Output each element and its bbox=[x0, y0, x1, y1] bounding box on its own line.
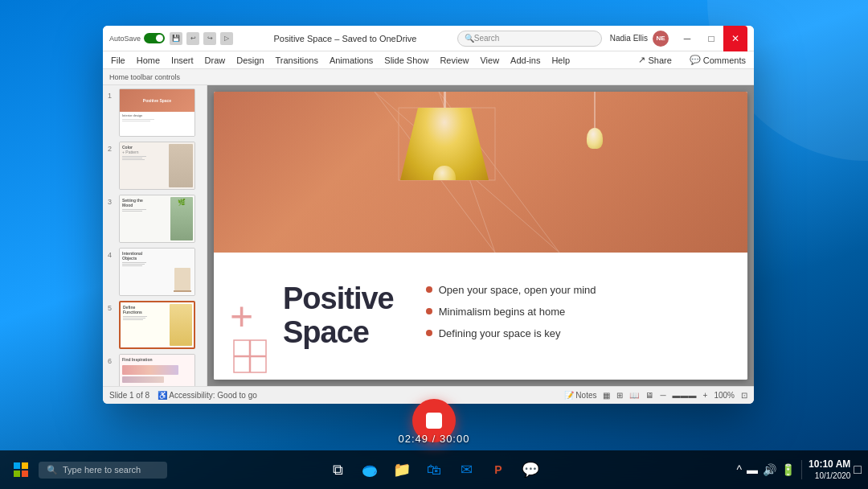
search-placeholder: Search bbox=[474, 34, 500, 43]
toolbar-icons: 💾 ↩ ↪ ▷ bbox=[170, 32, 233, 45]
bullet-dot-2 bbox=[426, 308, 432, 314]
autosave-toggle[interactable] bbox=[144, 33, 165, 43]
reading-view-btn[interactable]: 📖 bbox=[629, 391, 639, 400]
tray-network-icon[interactable]: ▬ bbox=[747, 463, 758, 476]
menu-home[interactable]: Home bbox=[137, 55, 160, 65]
slide-panel[interactable]: 1 Positive Space Interior design bbox=[103, 85, 207, 386]
edge-icon bbox=[362, 462, 378, 478]
taskbar-edge[interactable] bbox=[355, 455, 384, 484]
main-content: 1 Positive Space Interior design bbox=[103, 85, 754, 386]
menu-animations[interactable]: Animations bbox=[330, 55, 373, 65]
windows-logo-icon bbox=[14, 462, 28, 477]
menu-draw[interactable]: Draw bbox=[205, 55, 226, 65]
taskbar-task-view[interactable]: ⧉ bbox=[323, 455, 352, 484]
menu-transitions[interactable]: Transitions bbox=[276, 55, 318, 65]
redo-icon[interactable]: ↪ bbox=[203, 32, 216, 45]
system-clock[interactable]: 10:10 AM 10/1/2020 bbox=[809, 458, 850, 483]
present-icon[interactable]: ▷ bbox=[220, 32, 233, 45]
taskbar-mail[interactable]: ✉ bbox=[452, 455, 481, 484]
slide-item-4[interactable]: 4 Intentional Objects bbox=[108, 248, 202, 296]
menu-insert[interactable]: Insert bbox=[171, 55, 194, 65]
close-button[interactable]: ✕ bbox=[723, 26, 747, 51]
presenter-view-btn[interactable]: 🖥 bbox=[645, 391, 653, 400]
minimize-button[interactable]: ─ bbox=[675, 26, 699, 51]
search-icon: 🔍 bbox=[465, 34, 474, 43]
fit-btn[interactable]: ⊡ bbox=[741, 391, 747, 400]
taskbar: 🔍 Type here to search ⧉ 📁 🛍 ✉ P 💬 bbox=[0, 450, 868, 489]
bullet-text-2: Minimalism begins at home bbox=[439, 306, 566, 318]
notes-button[interactable]: 📝 Notes bbox=[564, 391, 597, 400]
comments-button[interactable]: 💬 Comments bbox=[690, 55, 746, 65]
slide-item-1[interactable]: 1 Positive Space Interior design bbox=[108, 88, 202, 137]
slide-title-block: Positive Space bbox=[230, 282, 394, 350]
svg-rect-9 bbox=[22, 462, 28, 469]
slide-title-line2: Space bbox=[283, 316, 394, 350]
powerpoint-window: AutoSave 💾 ↩ ↪ ▷ Positive Space – Saved … bbox=[103, 26, 754, 404]
menu-slideshow[interactable]: Slide Show bbox=[384, 55, 428, 65]
zoom-level: 100% bbox=[714, 391, 735, 400]
zoom-slider[interactable]: ▬▬▬ bbox=[673, 391, 697, 400]
recording-timer: 02:49 / 30:00 bbox=[399, 433, 470, 445]
bullet-item-3: Defining your space is key bbox=[426, 327, 731, 339]
main-lamp bbox=[400, 92, 489, 180]
maximize-button[interactable]: □ bbox=[699, 26, 723, 51]
slide-item-6[interactable]: 6 Find Inspiration bbox=[108, 354, 202, 386]
slide-sorter-btn[interactable]: ⊞ bbox=[616, 391, 623, 400]
taskbar-explorer[interactable]: 📁 bbox=[387, 455, 416, 484]
slide-main-title: Positive Space bbox=[283, 282, 394, 350]
tray-battery-icon[interactable]: 🔋 bbox=[781, 463, 795, 476]
slide-thumb-6[interactable]: Find Inspiration bbox=[119, 354, 195, 386]
slide-item-2[interactable]: 2 Color + Pattern bbox=[108, 142, 202, 190]
taskbar-powerpoint[interactable]: P bbox=[484, 455, 513, 484]
bullet-item-1: Open your space, open your mind bbox=[426, 284, 731, 296]
slide-title-line1: Positive bbox=[283, 282, 394, 316]
taskbar-search[interactable]: 🔍 Type here to search bbox=[39, 462, 167, 479]
save-icon[interactable]: 💾 bbox=[170, 32, 182, 45]
slide-number-6: 6 bbox=[108, 357, 116, 365]
menu-file[interactable]: File bbox=[111, 55, 125, 65]
user-name: Nadia Ellis bbox=[610, 34, 648, 43]
user-avatar[interactable]: NE bbox=[653, 31, 669, 47]
slide-thumb-2[interactable]: Color + Pattern bbox=[119, 142, 195, 190]
menu-review[interactable]: Review bbox=[440, 55, 469, 65]
menu-view[interactable]: View bbox=[480, 55, 499, 65]
desktop: AutoSave 💾 ↩ ↪ ▷ Positive Space – Saved … bbox=[0, 0, 868, 489]
slide-thumb-4[interactable]: Intentional Objects bbox=[119, 248, 195, 296]
start-button[interactable] bbox=[6, 455, 35, 484]
notification-btn[interactable]: □ bbox=[854, 462, 862, 477]
taskbar-store[interactable]: 🛍 bbox=[420, 455, 448, 484]
system-tray-icons: ^ ▬ 🔊 🔋 bbox=[737, 463, 796, 476]
undo-icon[interactable]: ↩ bbox=[186, 32, 199, 45]
tray-up-arrow[interactable]: ^ bbox=[737, 463, 743, 476]
share-icon: ↗ bbox=[638, 55, 645, 65]
search-box[interactable]: 🔍 Search bbox=[457, 31, 602, 47]
bullet-text-3: Defining your space is key bbox=[439, 327, 561, 339]
autosave-area: AutoSave bbox=[109, 33, 165, 43]
accessibility-status: ♿ Accessibility: Good to go bbox=[158, 391, 257, 400]
toolbar-placeholder: Home toolbar controls bbox=[109, 73, 180, 81]
normal-view-btn[interactable]: ▦ bbox=[603, 391, 610, 400]
slide-image-area bbox=[214, 92, 747, 253]
tray-speaker-icon[interactable]: 🔊 bbox=[763, 463, 776, 476]
slide-number-2: 2 bbox=[108, 145, 116, 153]
slide-thumb-1[interactable]: Positive Space Interior design bbox=[119, 88, 195, 137]
menu-help[interactable]: Help bbox=[551, 55, 570, 65]
slide-number-5: 5 bbox=[108, 304, 116, 312]
zoom-in-btn[interactable]: + bbox=[703, 391, 708, 400]
bullet-item-2: Minimalism begins at home bbox=[426, 306, 731, 318]
menu-addins[interactable]: Add-ins bbox=[510, 55, 540, 65]
slide-item-5[interactable]: 5 Define Functions bbox=[108, 301, 202, 349]
slide-count: Slide 1 of 8 bbox=[109, 391, 149, 400]
slide-bullet-list: Open your space, open your mind Minimali… bbox=[418, 284, 731, 349]
slide-item-3[interactable]: 3 Setting the Mood 🌿 bbox=[108, 195, 202, 243]
share-button[interactable]: ↗ Share bbox=[638, 55, 671, 65]
bare-bulb-lamp bbox=[587, 92, 603, 149]
slide-thumb-5[interactable]: Define Functions bbox=[119, 301, 195, 349]
plus-decoration bbox=[230, 296, 270, 336]
slide-thumb-3[interactable]: Setting the Mood 🌿 bbox=[119, 195, 195, 243]
menu-design[interactable]: Design bbox=[236, 55, 264, 65]
taskbar-teams[interactable]: 💬 bbox=[516, 455, 545, 484]
zoom-out-btn[interactable]: ─ bbox=[660, 391, 665, 400]
taskbar-center: ⧉ 📁 🛍 ✉ P 💬 bbox=[323, 455, 545, 484]
title-bar: AutoSave 💾 ↩ ↪ ▷ Positive Space – Saved … bbox=[103, 26, 754, 51]
